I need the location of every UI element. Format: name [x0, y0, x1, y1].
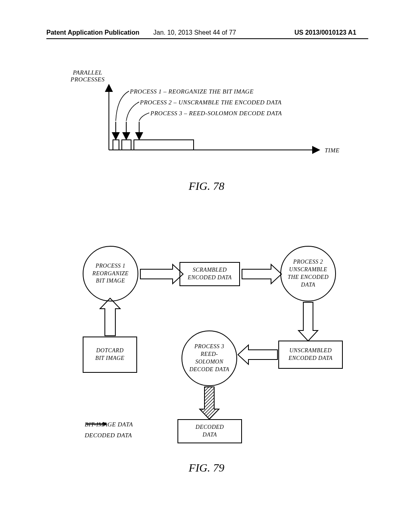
dotcard-line1: DOTCARD	[96, 347, 123, 353]
fig78-process2-label: PROCESS 2 – UNSCRAMBLE THE ENCODED DATA	[140, 99, 282, 106]
fig78-ylabel-2: PROCESSES	[71, 76, 105, 83]
p1-line3: BIT IMAGE	[96, 278, 125, 284]
process3-node: PROCESS 3 REED- SOLOMON DECODE DATA	[181, 330, 237, 386]
fig79-caption: FIG. 79	[0, 461, 413, 474]
p3-line3: SOLOMON	[195, 359, 223, 365]
fig78-axes-svg	[69, 69, 359, 166]
p1-line1: PROCESS 1	[96, 263, 125, 269]
fig78-caption: FIG. 78	[0, 180, 413, 193]
dotcard-line2: BIT IMAGE	[95, 355, 124, 361]
fig78-ylabel: PARALLEL PROCESSES	[71, 69, 105, 83]
decoded-line1: DECODED	[196, 424, 224, 430]
scrambled-line2: ENCODED DATA	[188, 274, 232, 281]
header-mid: Jan. 10, 2013 Sheet 44 of 77	[153, 29, 236, 36]
p2-line3: THE ENCODED	[288, 274, 329, 280]
legend-dec-label: DECODED DATA	[85, 432, 132, 439]
process1-node: PROCESS 1 REORGANIZE BIT IMAGE	[83, 246, 138, 301]
legend-decoded-row: DECODED DATA	[85, 432, 133, 439]
process2-node: PROCESS 2 UNSCRAMBLE THE ENCODED DATA	[280, 246, 336, 301]
unscrambled-line1: UNSCRAMBLED	[289, 347, 332, 353]
p2-line1: PROCESS 2	[293, 259, 323, 265]
scrambled-line1: SCRAMBLED	[193, 267, 227, 273]
p2-line4: DATA	[301, 282, 315, 288]
p3-line2: REED-	[201, 351, 218, 357]
decoded-line2: DATA	[202, 432, 217, 438]
fig78-ylabel-1: PARALLEL	[73, 69, 102, 76]
legend-dashed-arrow-icon	[85, 421, 108, 427]
figure-79: PROCESS 1 REORGANIZE BIT IMAGE PROCESS 2…	[65, 238, 355, 455]
p3-line4: DECODE DATA	[189, 366, 229, 372]
unscrambled-line2: ENCODED DATA	[288, 355, 332, 361]
figure-78: PARALLEL PROCESSES PROCESS 1 – REORGANIZ…	[69, 69, 359, 190]
p1-line2: REORGANIZE	[92, 270, 129, 276]
fig78-process1-label: PROCESS 1 – REORGANIZE THE BIT IMAGE	[130, 88, 254, 95]
fig78-process3-label: PROCESS 3 – REED-SOLOMON DECODE DATA	[150, 110, 282, 117]
header-rule	[46, 38, 368, 39]
fig78-xlabel: TIME	[325, 147, 340, 154]
p2-line2: UNSCRAMBLE	[289, 266, 327, 272]
decoded-data-node: DECODED DATA	[177, 419, 242, 443]
header-right: US 2013/0010123 A1	[294, 29, 356, 36]
fig79-legend: BIT-IMAGE DATA DECODED DATA	[85, 421, 133, 443]
header-left: Patent Application Publication	[46, 29, 140, 36]
p3-line1: PROCESS 3	[194, 343, 224, 349]
unscrambled-encoded-data-node: UNSCRAMBLED ENCODED DATA	[278, 341, 343, 369]
scrambled-encoded-data-node: SCRAMBLED ENCODED DATA	[179, 262, 240, 286]
dotcard-bit-image-node: DOTCARD BIT IMAGE	[83, 337, 137, 373]
